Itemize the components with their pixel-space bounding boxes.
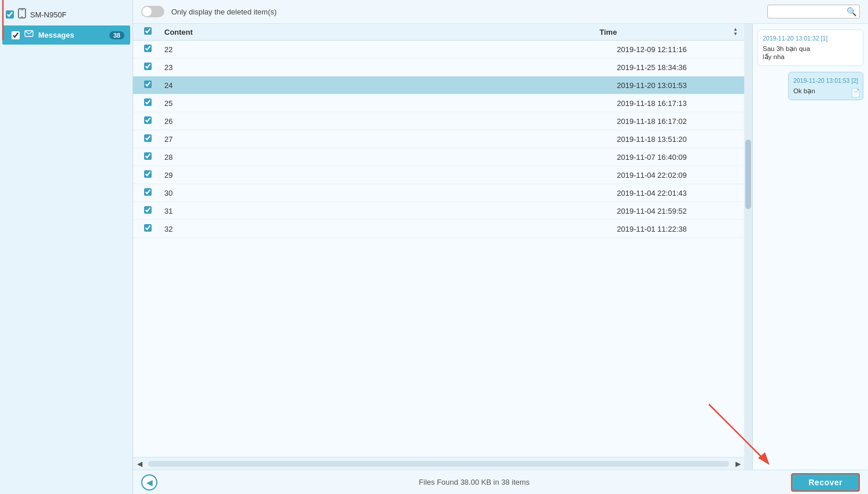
preview-msg2-header: 2019-11-20 13:01:53 [2] [793,77,858,84]
device-icon [17,8,27,21]
table-row[interactable]: 252019-11-18 16:17:13 [133,94,744,112]
row-checkbox[interactable] [144,45,152,52]
row-content: 29 [162,171,617,180]
preview-message-2: 2019-11-20 13:01:53 [2] Ok bạn 📄 [788,72,863,100]
row-content: 22 [162,45,617,54]
search-input[interactable] [771,8,847,16]
table-row[interactable]: 302019-11-04 22:01:43 [133,184,744,202]
row-content: 26 [162,117,617,126]
svg-point-2 [21,16,23,17]
main-content: Only display the deleted item(s) 🔍 Conte… [133,0,868,494]
row-time: 2019-11-04 21:59:52 [617,207,744,215]
search-icon[interactable]: 🔍 [847,7,856,16]
preview-message-1: 2019-11-20 13:01:32 [1] Sau 3h bạn qua l… [757,30,863,66]
table-row[interactable]: 282019-11-07 16:40:09 [133,148,744,166]
table-row[interactable]: 232019-11-25 18:34:36 [133,58,744,76]
row-checkbox[interactable] [144,206,152,214]
preview-msg1-line1: Sau 3h bạn qua [763,45,858,53]
sidebar: SM-N950F Messages 38 [0,0,133,494]
header-content: Content [162,28,599,36]
row-time: 2019-11-20 13:01:53 [617,81,744,90]
sidebar-device: SM-N950F [0,5,133,24]
row-checkbox[interactable] [144,152,152,160]
row-time: 2019-12-09 12:11:16 [617,45,744,54]
row-content: 23 [162,63,617,72]
row-time: 2019-11-04 22:01:43 [617,189,744,197]
preview-msg1-line2: lấy nha [763,53,858,61]
row-time: 2019-11-18 16:17:13 [617,99,744,108]
select-all-checkbox[interactable] [144,27,152,35]
table-header: Content Time ▲ ▼ [133,24,744,41]
preview-msg1-header: 2019-11-20 13:01:32 [1] [763,35,858,42]
table-row[interactable]: 262019-11-18 16:17:02 [133,112,744,130]
row-content: 31 [162,207,617,215]
row-content: 32 [162,225,617,233]
preview-panel: 2019-11-20 13:01:32 [1] Sau 3h bạn qua l… [752,24,868,470]
toggle-label: Only display the deleted item(s) [171,8,277,16]
table-row[interactable]: 242019-11-20 13:01:53 [133,76,744,94]
row-checkbox[interactable] [144,98,152,106]
row-content: 25 [162,99,617,108]
row-content: 24 [162,81,617,90]
row-content: 27 [162,135,617,144]
table-row[interactable]: 272019-11-18 13:51:20 [133,130,744,148]
row-time: 2019-11-04 22:02:09 [617,171,744,180]
row-content: 28 [162,153,617,162]
row-content: 30 [162,189,617,197]
sort-icon[interactable]: ▲ ▼ [727,27,744,36]
vertical-scrollbar[interactable] [744,24,752,470]
preview-msg2-line1: Ok bạn [793,87,858,95]
row-checkbox[interactable] [144,80,152,88]
row-checkbox[interactable] [144,63,152,70]
row-checkbox[interactable] [144,224,152,232]
scrollbar-thumb[interactable] [745,140,751,209]
row-checkbox[interactable] [144,134,152,142]
device-checkbox[interactable] [6,10,14,19]
sidebar-item-messages[interactable]: Messages 38 [2,25,130,45]
row-time: 2019-11-07 16:40:09 [617,153,744,162]
table-area: Content Time ▲ ▼ 222019-12-09 12:11:1623… [133,24,868,470]
toolbar: Only display the deleted item(s) 🔍 [133,0,868,24]
back-button[interactable]: ◀ [141,474,157,491]
table-row[interactable]: 222019-12-09 12:11:16 [133,41,744,58]
device-name: SM-N950F [30,10,67,19]
row-time: 2019-11-25 18:34:36 [617,63,744,72]
table-row[interactable]: 322019-11-01 11:22:38 [133,220,744,238]
search-box[interactable]: 🔍 [767,5,860,19]
header-time: Time [599,28,727,36]
file-icon: 📄 [851,88,860,97]
row-time: 2019-11-18 16:17:02 [617,117,744,126]
recover-button[interactable]: Recover [791,473,860,492]
scroll-right-arrow[interactable]: ▶ [731,460,744,468]
row-checkbox[interactable] [144,170,152,178]
row-checkbox[interactable] [144,116,152,124]
messages-badge: 38 [109,31,124,39]
table-row[interactable]: 292019-11-04 22:02:09 [133,166,744,184]
table-row[interactable]: 312019-11-04 21:59:52 [133,202,744,220]
scroll-track-h[interactable] [148,461,729,467]
table-body: 222019-12-09 12:11:16232019-11-25 18:34:… [133,41,744,457]
message-icon [24,30,34,40]
row-time: 2019-11-01 11:22:38 [617,225,744,233]
row-checkbox[interactable] [144,188,152,196]
sidebar-item-label: Messages [38,31,105,39]
scroll-left-arrow[interactable]: ◀ [133,460,146,468]
deleted-toggle[interactable] [141,6,164,17]
messages-checkbox[interactable] [12,31,20,39]
status-text: Files Found 38.00 KB in 38 items [157,478,791,486]
row-time: 2019-11-18 13:51:20 [617,135,744,144]
horizontal-scrollbar[interactable]: ◀ ▶ [133,457,744,470]
status-bar: ◀ Files Found 38.00 KB in 38 items Recov… [133,470,868,494]
table-wrapper: Content Time ▲ ▼ 222019-12-09 12:11:1623… [133,24,744,470]
